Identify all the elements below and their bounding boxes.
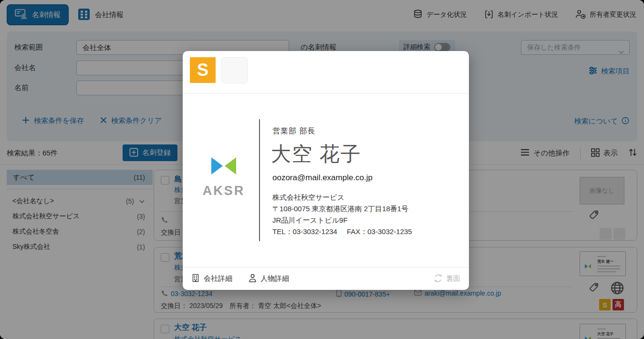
refresh-icon — [434, 274, 443, 284]
card-tel: TEL：03-3032-1234 — [272, 227, 337, 236]
person-detail-button[interactable]: 人物詳細 — [249, 274, 289, 284]
card-fax: FAX：03-3032-1235 — [347, 227, 412, 236]
card-email: oozora@mail.example.co.jp — [272, 173, 373, 183]
flip-to-back-label: 裏面 — [446, 274, 460, 283]
bowtie-logo-icon — [211, 157, 236, 177]
modal-header-placeholder — [221, 57, 248, 83]
card-person-name: 大空 花子 — [271, 141, 362, 167]
card-tel-fax: TEL：03-3032-1234 FAX：03-3032-1235 — [272, 227, 412, 236]
person-detail-label: 人物詳細 — [260, 274, 289, 283]
card-company-name: 株式会社秋空サービス — [272, 193, 344, 202]
person-icon — [249, 274, 257, 284]
card-job-title: 営業部 部長 — [272, 126, 315, 136]
flip-to-back-button[interactable]: 裏面 — [434, 274, 460, 284]
building-icon — [191, 274, 200, 284]
card-address-line2: JR品川イーストビル9F — [272, 216, 348, 225]
card-address-line1: 〒108-0075 東京都港区港南 2丁目18番1号 — [272, 205, 408, 214]
card-preview-modal: S AKSR 営業部 部長 大空 花子 oozora@mail.example.… — [183, 51, 469, 290]
company-detail-label: 会社詳細 — [204, 274, 232, 283]
card-logo-text: AKSR — [197, 184, 250, 198]
app-window: 名刺情報 会社情報 データ化状況 名刺インポート状況 — [0, 0, 644, 339]
modal-footer: 会社詳細 人物詳細 裏面 — [183, 267, 469, 290]
card-separator-line — [259, 119, 260, 241]
modal-header-divider — [183, 93, 469, 93]
s-logo-badge: S — [190, 57, 216, 83]
company-detail-button[interactable]: 会社詳細 — [191, 274, 232, 284]
